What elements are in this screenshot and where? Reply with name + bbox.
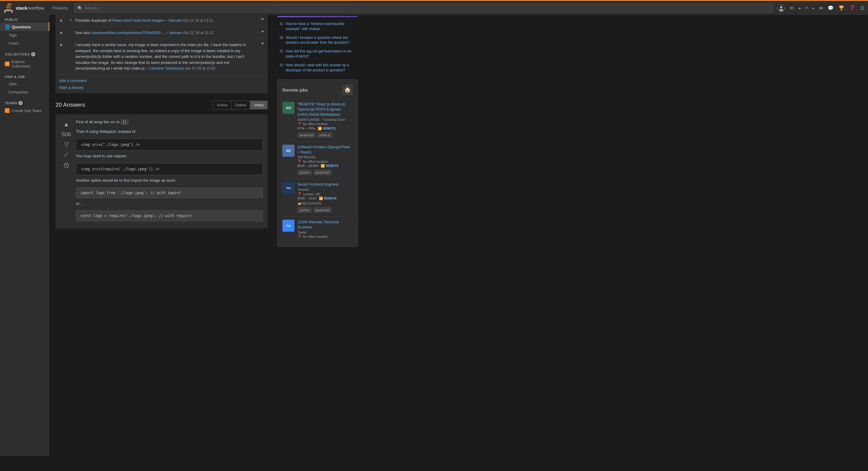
comment-upvote-1[interactable]: ▲ <box>59 18 63 22</box>
job-salary-2: $60K – $100K 📶 REMOTE <box>298 164 353 168</box>
code-block-1: <img src={"./logo.jpeg"} /> <box>76 138 263 151</box>
answers-count: 20 Answers <box>56 101 85 108</box>
hot-post-title-4[interactable]: How should I deal with this answer by a … <box>286 63 358 73</box>
comment-upvote-2[interactable]: ▲ <box>59 30 63 35</box>
comment-author-2: Vanuan <box>169 30 182 35</box>
remote-jobs-header: Remote jobs 🏠 <box>282 84 353 95</box>
sidebar-item-companies[interactable]: Companies <box>0 88 50 96</box>
vote-up-button[interactable]: ▲ <box>61 119 72 130</box>
add-comment-link[interactable]: Add a comment <box>59 77 264 84</box>
svg-point-7 <box>780 6 782 8</box>
comment-link-seealso[interactable]: stackoverflow.com/questions/37644265/... <box>92 30 164 35</box>
sidebar-item-explore-collectives[interactable]: ✦ Explore Collectives <box>0 58 50 70</box>
main-column: 👤 4,034 ●7 ●24 ●37 ▲ 3 Possible duplicat… <box>50 0 273 456</box>
sidebar-item-users[interactable]: Users <box>0 39 50 47</box>
sort-oldest-button[interactable]: Oldest <box>231 101 250 109</box>
sidebar-item-tags[interactable]: Tags <box>0 31 50 39</box>
create-team-button[interactable]: + Create free Team <box>0 106 50 115</box>
comment-link-duplicate[interactable]: React won't load local images <box>113 18 164 23</box>
hot-post-score-4: 10 <box>277 63 283 67</box>
location-pin-icon-3: 📍 <box>298 192 302 196</box>
avatar[interactable] <box>777 4 785 12</box>
job-company-2: Self Decode <box>298 155 353 159</box>
svg-rect-6 <box>7 3 13 4</box>
code-block-2: <img src={require('./logo.jpeg')} /> <box>76 163 263 175</box>
house-icon: 🏠 <box>342 84 353 95</box>
collectives-icon: ✦ <box>5 61 10 66</box>
sidebar-section-find-job: FIND A JOB <box>0 73 50 80</box>
hot-post-title-1[interactable]: How to have a "minimal reproducible exam… <box>286 22 358 32</box>
job-location-2: 📍 No office location <box>298 159 353 163</box>
hot-post-title-3[interactable]: How did this tag not get burninated on i… <box>286 49 358 59</box>
job-info-3: Senior Frontend Engineer Tessian 📍 Londo… <box>298 182 353 213</box>
search-input[interactable] <box>85 6 770 10</box>
globe-icon: 🌐 <box>5 24 10 29</box>
sort-active-button[interactable]: Active <box>213 101 231 109</box>
tag-python-2[interactable]: python <box>298 170 312 175</box>
comment-upvote-3[interactable]: ▲ <box>59 42 63 47</box>
collectives-info-icon[interactable]: i <box>31 52 35 56</box>
help-icon[interactable]: ❓ <box>849 5 855 11</box>
job-item-2: SD Software Architect (Django/Flask + Re… <box>282 142 353 179</box>
hot-post-title-2[interactable]: Should I broaden a question where the an… <box>286 35 358 45</box>
tag-python-3[interactable]: python <box>298 207 312 213</box>
tag-nodejs-1[interactable]: node.js <box>317 132 332 138</box>
products-nav[interactable]: Products <box>50 4 70 11</box>
job-title-1[interactable]: *REMOTE* React.js (Node.js) TypeScript F… <box>298 102 353 117</box>
location-pin-icon: 📍 <box>298 122 302 126</box>
location-pin-icon-2: 📍 <box>298 159 302 163</box>
comment-actions: Add a comment Start a bounty <box>56 75 268 93</box>
vote-down-button[interactable]: ▽ <box>61 139 72 150</box>
flag-icon-3[interactable]: ⚑ <box>261 42 264 46</box>
job-company-4: Toptal <box>298 230 353 234</box>
hot-post-item: 18 Should I broaden a question where the… <box>277 33 358 47</box>
comment-author-link-3[interactable]: Carmine Tambascia <box>149 66 184 70</box>
sidebar-item-jobs[interactable]: Jobs <box>0 80 50 88</box>
job-company-1: AVANTGARDE - "Creating Fans" <box>298 118 353 121</box>
remote-jobs-section: Remote jobs 🏠 AVI *REMOTE* React.js (Nod… <box>277 79 358 247</box>
answer-text-1: First of all wrap the src in {} <box>76 119 263 125</box>
job-title-2[interactable]: Software Architect (Django/Flask + React… <box>298 145 353 155</box>
logo[interactable]: stackoverflow <box>4 3 44 13</box>
location-pin-icon-4: 📍 <box>298 235 302 239</box>
job-info-1: *REMOTE* React.js (Node.js) TypeScript F… <box>298 102 353 138</box>
answer-text-4: Another option would be to first import … <box>76 178 263 184</box>
content-area: 👤 4,034 ●7 ●24 ●37 ▲ 3 Possible duplicat… <box>50 0 868 456</box>
tags-row-3: python javascript <box>298 207 353 213</box>
remote-jobs-title: Remote jobs <box>282 87 308 93</box>
company-logo-4: Top <box>282 220 294 232</box>
comment-row: ▲ I actually have a similar issue, my im… <box>56 39 268 75</box>
answers-header: 20 Answers Active Oldest Votes <box>56 101 268 109</box>
inbox-icon[interactable]: 💬 <box>828 5 834 11</box>
accepted-checkmark: ✓ <box>64 151 69 159</box>
achievements-icon[interactable]: 🏆 <box>838 5 844 11</box>
company-logo-2: SD <box>282 145 294 157</box>
flag-icon-2[interactable]: ⚑ <box>261 30 264 34</box>
answer-card: ▲ 506 ▽ ✓ First of all wrap the src in {… <box>56 114 268 229</box>
svg-rect-5 <box>7 4 12 6</box>
sidebar-section-teams: TEAMS i <box>0 98 50 106</box>
comment-vote-count-3 <box>67 42 72 42</box>
comment-text-1: Possible duplicate of React won't load l… <box>75 18 257 24</box>
comment-text-2: See also stackoverflow.com/questions/376… <box>75 30 257 36</box>
hamburger-icon[interactable]: ☰ <box>860 5 864 11</box>
job-title-4[interactable]: (100% Remote) Technical Screener <box>298 220 353 230</box>
comment-author-1: Vanuan <box>168 18 182 23</box>
job-salary-1: €75k – €95k 📶 REMOTE <box>298 127 353 130</box>
sort-votes-button[interactable]: Votes <box>250 101 268 109</box>
reputation-score: 91 <box>790 6 794 10</box>
flag-icon-1[interactable]: ⚑ <box>261 18 264 22</box>
tag-javascript-3[interactable]: javascript <box>313 207 332 213</box>
teams-info-icon[interactable]: i <box>19 101 23 105</box>
comment-date-3: Jan 10 '20 at 15:02 <box>185 66 216 70</box>
sidebar-item-questions[interactable]: 🌐 Questions <box>0 23 50 31</box>
tag-javascript-1[interactable]: javascript <box>298 132 315 138</box>
sidebar-section-collectives: COLLECTIVES i <box>0 50 50 58</box>
hot-posts-section: Hot Meta Posts 31 How to have a "minimal… <box>277 5 358 74</box>
start-bounty-link[interactable]: Start a bounty <box>59 84 264 91</box>
tag-javascript-2[interactable]: javascript <box>313 170 332 175</box>
remote-badge-3: REMOTE <box>324 197 337 200</box>
edit-history-icon[interactable] <box>61 160 72 171</box>
job-title-3[interactable]: Senior Frontend Engineer <box>298 182 353 187</box>
answer-text-3: You may need to use require: <box>76 153 263 159</box>
